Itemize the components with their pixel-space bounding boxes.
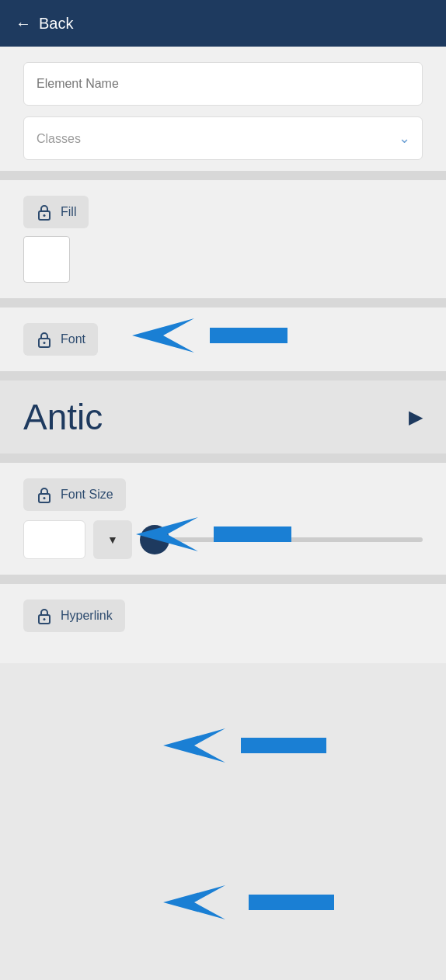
font-size-controls: 106 ▼ (23, 520, 423, 559)
svg-point-5 (44, 497, 46, 499)
font-name-value: Antic (23, 396, 103, 438)
section-divider-5 (0, 575, 446, 584)
section-divider-2 (0, 298, 446, 308)
back-button-label[interactable]: Back (39, 15, 73, 33)
back-arrow-icon: ← (16, 15, 31, 33)
hyperlink-lock-icon (36, 607, 53, 624)
svg-rect-11 (241, 738, 326, 753)
section-divider-1 (0, 171, 446, 180)
font-size-dropdown-button[interactable]: ▼ (93, 520, 132, 559)
svg-point-7 (44, 618, 46, 620)
header: ← Back (0, 0, 446, 47)
font-size-slider-wrapper (140, 520, 423, 559)
font-size-label: Font Size (61, 488, 113, 502)
main-content: Classes ⌄ Fill (0, 47, 446, 663)
fill-lock-button[interactable]: Fill (23, 196, 89, 228)
element-name-input[interactable] (23, 62, 423, 106)
dropdown-arrow-icon: ▼ (107, 533, 118, 546)
svg-point-1 (44, 214, 46, 217)
section-divider-4 (0, 454, 446, 463)
font-section: Font (23, 308, 423, 371)
hyperlink-arrow-annotation (163, 885, 334, 919)
svg-rect-12 (249, 895, 334, 910)
font-name-arrow-icon: ▶ (409, 406, 423, 428)
section-divider-3 (0, 371, 446, 381)
hyperlink-label: Hyperlink (61, 609, 113, 623)
font-size-slider-thumb[interactable] (140, 525, 169, 554)
classes-select-wrapper: Classes ⌄ (23, 116, 423, 160)
font-name-row[interactable]: Antic ▶ (0, 381, 446, 454)
font-size-section: Font Size 106 ▼ (23, 463, 423, 575)
hyperlink-lock-button[interactable]: Hyperlink (23, 599, 125, 632)
font-size-lock-button[interactable]: Font Size (23, 478, 126, 511)
font-size-input[interactable]: 106 (23, 520, 85, 559)
svg-point-3 (44, 342, 46, 344)
fill-label: Fill (61, 205, 76, 219)
font-lock-icon (36, 331, 53, 348)
fill-color-swatch[interactable] (23, 236, 70, 283)
font-lock-button[interactable]: Font (23, 323, 98, 356)
fill-section: Fill (23, 180, 423, 298)
page-wrapper: ← Back Classes ⌄ (0, 0, 446, 980)
hyperlink-section: Hyperlink (23, 584, 423, 648)
font-size-arrow-annotation (163, 728, 326, 763)
fill-lock-icon (36, 203, 53, 221)
font-label: Font (61, 332, 85, 346)
font-size-slider-track[interactable] (140, 537, 423, 542)
classes-select[interactable]: Classes (23, 116, 423, 160)
font-size-lock-icon (36, 486, 53, 503)
